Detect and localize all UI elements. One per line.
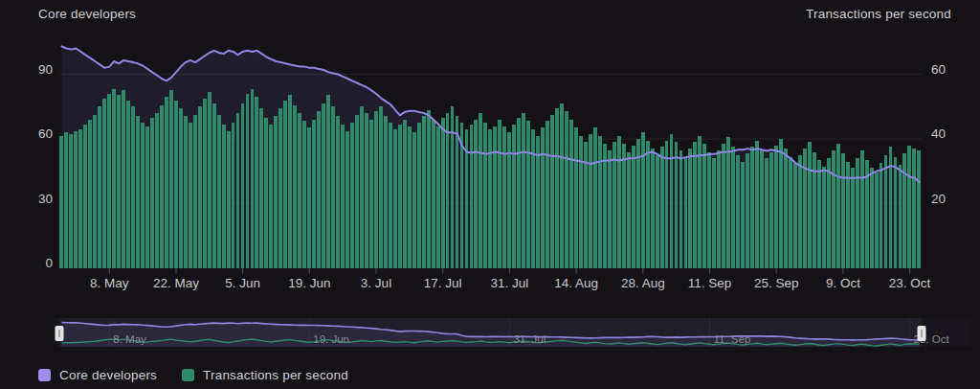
x-axis-label: 14. Aug	[554, 276, 598, 290]
navigator-date-label: 8. May	[113, 333, 146, 345]
legend-swatch-purple-icon	[38, 369, 51, 381]
y-axis-left-label: 90	[38, 62, 53, 77]
chart-panel: Core developers Transactions per second …	[0, 0, 980, 389]
navigator-date-label: 31. Jul	[513, 333, 546, 345]
y-axis-right-label: 20	[931, 192, 946, 206]
x-axis-label: 23. Oct	[889, 276, 931, 290]
chart-canvas[interactable]: 03060902040608. May22. May5. Jun19. Jun3…	[0, 0, 980, 356]
y-axis-left-label: 0	[45, 256, 53, 270]
x-axis-label: 8. May	[90, 276, 129, 290]
x-axis-label: 9. Oct	[826, 276, 860, 290]
y-axis-right-label: 40	[931, 126, 946, 141]
y-axis-left-label: 60	[38, 126, 53, 141]
y-axis-right-label: 60	[931, 62, 946, 77]
x-axis-label: 5. Jun	[225, 276, 260, 290]
x-axis-label: 19. Jun	[288, 276, 330, 290]
navigator-date-label: 19. Jun	[313, 333, 349, 345]
legend: Core developers Transactions per second	[38, 365, 348, 384]
x-axis-label: 31. Jul	[491, 276, 529, 290]
legend-label-transactions-per-second: Transactions per second	[203, 368, 348, 382]
x-axis-label: 25. Sep	[754, 276, 799, 290]
x-axis-label: 17. Jul	[424, 276, 462, 290]
y-axis-left-label: 30	[38, 192, 53, 206]
x-axis-label: 3. Jul	[361, 276, 391, 290]
navigator-date-label: 11. Sep	[714, 333, 751, 345]
x-axis-label: 28. Aug	[621, 276, 665, 290]
legend-item-core-developers[interactable]: Core developers	[38, 368, 157, 382]
legend-swatch-green-icon	[182, 369, 194, 381]
x-axis-label: 11. Sep	[688, 276, 732, 290]
plot-area[interactable]	[59, 29, 922, 268]
legend-label-core-developers: Core developers	[59, 368, 157, 382]
legend-item-transactions-per-second[interactable]: Transactions per second	[182, 368, 348, 382]
x-axis-label: 22. May	[153, 276, 199, 290]
